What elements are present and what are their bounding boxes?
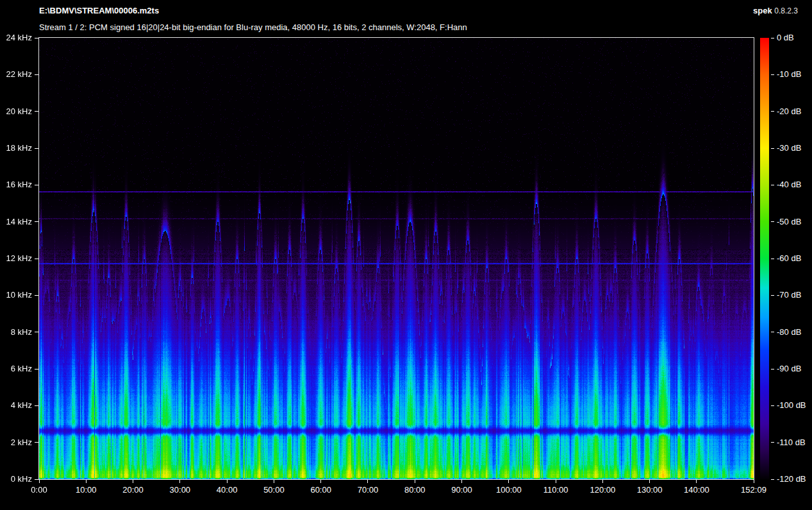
db-tick-label: -100 dB (777, 400, 806, 411)
app-version: 0.8.2.3 (774, 6, 798, 15)
freq-tick-label: 18 kHz (0, 143, 32, 153)
time-tick (39, 480, 40, 483)
freq-tick (35, 405, 38, 406)
db-tick (771, 405, 774, 406)
time-tick (86, 480, 87, 483)
db-tick-label: -30 dB (777, 143, 801, 153)
time-tick-label: 50:00 (263, 485, 285, 495)
time-tick-label: 80:00 (404, 485, 426, 495)
db-tick-label: -120 dB (777, 474, 806, 484)
time-tick (602, 480, 603, 483)
time-tick-label: 90:00 (451, 485, 472, 495)
freq-tick-label: 4 kHz (0, 400, 32, 411)
db-tick-label: -110 dB (777, 438, 806, 448)
time-tick-label: 60:00 (310, 485, 331, 495)
time-tick (696, 480, 697, 483)
freq-tick-label: 2 kHz (0, 438, 32, 448)
time-tick-label: 110:00 (543, 485, 568, 495)
db-tick-label: -50 dB (777, 217, 801, 227)
db-tick-label: -90 dB (777, 364, 801, 374)
freq-tick (35, 259, 38, 259)
freq-tick (35, 38, 38, 38)
time-tick-label: 140:00 (684, 485, 709, 495)
freq-tick (35, 369, 38, 370)
db-tick-label: -20 dB (777, 106, 801, 117)
db-tick (771, 185, 774, 185)
db-tick (771, 442, 774, 443)
file-path: E:\BDMV\STREAM\00006.m2ts (39, 6, 159, 15)
spek-window: E:\BDMV\STREAM\00006.m2ts spek 0.8.2.3 S… (0, 0, 812, 510)
freq-tick-label: 6 kHz (0, 364, 32, 374)
freq-tick-label: 0 kHz (0, 474, 32, 484)
db-tick-label: -60 dB (777, 253, 801, 264)
freq-tick (35, 479, 38, 480)
time-tick (133, 480, 133, 483)
db-tick (771, 148, 774, 149)
time-tick (179, 480, 180, 483)
db-tick-label: -10 dB (777, 69, 801, 80)
db-tick (771, 259, 774, 259)
time-tick (320, 480, 321, 483)
stream-info: Stream 1 / 2: PCM signed 16|20|24-bit bi… (39, 22, 467, 32)
legend-gradient (760, 38, 769, 479)
db-tick (771, 74, 774, 75)
time-tick-label: 30:00 (170, 485, 191, 495)
time-tick-label: 120:00 (590, 485, 616, 495)
spectrogram-plot (38, 37, 754, 480)
time-tick-label: 152:09 (741, 485, 766, 495)
time-tick-label: 100:00 (496, 485, 522, 495)
db-tick (771, 221, 774, 222)
freq-tick-label: 10 kHz (0, 290, 32, 300)
freq-tick-label: 20 kHz (0, 106, 32, 117)
spectrogram-canvas (39, 38, 754, 479)
freq-tick-label: 22 kHz (0, 69, 32, 80)
time-tick-label: 20:00 (122, 485, 144, 495)
time-tick (274, 480, 274, 483)
freq-tick (35, 332, 38, 332)
db-tick-label: -40 dB (777, 180, 801, 190)
time-tick (227, 480, 228, 483)
app-name: spek (753, 6, 772, 15)
freq-tick-label: 12 kHz (0, 253, 32, 264)
freq-tick (35, 74, 38, 75)
db-tick (771, 295, 774, 296)
db-tick (771, 479, 774, 480)
time-tick-label: 0:00 (31, 485, 47, 495)
db-tick (771, 111, 774, 112)
freq-tick-label: 24 kHz (0, 33, 32, 43)
freq-tick (35, 111, 38, 112)
freq-tick (35, 295, 38, 296)
db-tick-label: -70 dB (777, 290, 801, 300)
freq-tick (35, 442, 38, 443)
time-tick (754, 480, 754, 483)
db-tick-label: 0 dB (777, 33, 794, 43)
freq-tick (35, 221, 38, 222)
time-tick (461, 480, 462, 483)
time-tick-label: 40:00 (217, 485, 238, 495)
time-tick-label: 130:00 (637, 485, 663, 495)
time-tick (508, 480, 509, 483)
app-version-label: spek 0.8.2.3 (753, 6, 798, 15)
db-tick (771, 332, 774, 332)
db-tick (771, 38, 774, 38)
freq-tick-label: 16 kHz (0, 180, 32, 190)
time-tick-label: 70:00 (358, 485, 379, 495)
db-tick (771, 369, 774, 370)
time-tick (649, 480, 650, 483)
db-tick-label: -80 dB (777, 327, 801, 337)
time-tick (556, 480, 556, 483)
time-tick (367, 480, 368, 483)
time-tick (415, 480, 415, 483)
freq-tick-label: 14 kHz (0, 217, 32, 227)
freq-tick-label: 8 kHz (0, 327, 32, 337)
freq-tick (35, 185, 38, 185)
freq-tick (35, 148, 38, 149)
time-tick-label: 10:00 (76, 485, 97, 495)
